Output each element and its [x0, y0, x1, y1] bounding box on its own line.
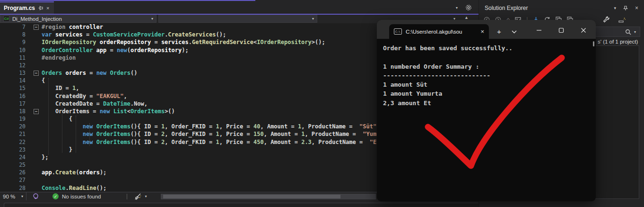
- fold-marker[interactable]: [33, 108, 42, 115]
- code-token: 1: [216, 139, 219, 145]
- close-window-icon[interactable]: [581, 27, 586, 33]
- fold-gutter: [33, 161, 42, 169]
- line-number: 18: [0, 108, 33, 115]
- terminal-dropdown-chevron-icon[interactable]: [512, 30, 517, 34]
- zoom-selector[interactable]: 90 % ▾: [0, 192, 26, 200]
- terminal-line: -----------------------------: [383, 71, 596, 80]
- code-cleanup-broom-icon[interactable]: [134, 193, 141, 200]
- code-token: List: [113, 108, 127, 115]
- code-token: 40: [253, 123, 260, 130]
- code-token: =: [83, 31, 93, 38]
- code-token: =: [86, 70, 96, 76]
- line-number: 14: [0, 77, 33, 84]
- code-token: , Order_FKID =: [165, 139, 216, 145]
- code-token: GetRequiredService: [192, 39, 253, 45]
- code-token: ,: [123, 93, 127, 99]
- minimize-icon[interactable]: [536, 27, 542, 33]
- tab-title: Program.cs: [4, 5, 35, 11]
- line-number: 11: [0, 54, 33, 62]
- code-token: =: [106, 47, 117, 54]
- terminal-titlebar[interactable]: C:\ C:\Users\erol.akgul\sou × +: [377, 20, 596, 39]
- fold-gutter: [33, 169, 42, 176]
- terminal-scrollbar[interactable]: [593, 41, 594, 46]
- code-token: IOrderRepository: [257, 39, 312, 45]
- fold-marker[interactable]: [33, 23, 42, 31]
- code-token: [93, 139, 96, 145]
- code-token: , Amount =: [260, 123, 297, 130]
- code-token: >();: [312, 39, 325, 45]
- code-token: ID =: [42, 85, 72, 91]
- fold-gutter: [33, 146, 42, 153]
- code-token: [93, 131, 96, 137]
- code-token: 2.3: [301, 139, 312, 145]
- pin-icon[interactable]: [38, 6, 43, 10]
- panel-menu-chevron-icon[interactable]: ▾: [614, 6, 616, 10]
- command-prompt-icon: C:\: [394, 28, 402, 35]
- line-number: 22: [0, 138, 33, 146]
- code-token: new: [96, 70, 107, 76]
- code-token: {: [42, 77, 45, 84]
- visual-studio-window: Program.cs × ▾ C# Di_Method_Injection ▾: [0, 0, 644, 207]
- code-token: orders: [79, 169, 100, 176]
- tab-list-chevron-icon[interactable]: ▾: [456, 6, 458, 10]
- code-token: CustomServiceProvider: [93, 31, 165, 38]
- code-token: CreateServices: [168, 31, 216, 38]
- code-token: CreatedBy =: [42, 93, 96, 99]
- member-dropdown[interactable]: ▾: [158, 15, 317, 23]
- code-token: ,: [76, 85, 79, 91]
- code-token: [106, 70, 110, 76]
- preview-changes-icon[interactable]: [618, 17, 626, 23]
- fold-gutter: [33, 84, 42, 92]
- close-panel-icon[interactable]: ×: [635, 5, 638, 11]
- code-token: {: [42, 116, 72, 122]
- project-dropdown[interactable]: C# Di_Method_Injection ▾: [0, 15, 157, 23]
- code-token: "Süt": [359, 123, 376, 130]
- code-token: OrderItems: [96, 139, 131, 145]
- line-number: 9: [0, 38, 33, 46]
- new-tab-icon[interactable]: +: [497, 28, 501, 35]
- code-token: [42, 139, 83, 145]
- terminal-tab[interactable]: C:\ C:\Users\erol.akgul\sou ×: [389, 24, 489, 39]
- code-token: new: [117, 47, 127, 54]
- code-token: (: [127, 47, 131, 54]
- terminal-line: 1 amount Süt: [383, 80, 596, 89]
- line-number: 19: [0, 115, 33, 123]
- code-token: 1: [216, 123, 219, 130]
- chevron-down-icon[interactable]: ▾: [145, 194, 147, 198]
- code-token: new: [100, 108, 110, 115]
- code-token: , ProductName =: [305, 131, 363, 137]
- search-icon[interactable]: [625, 29, 631, 35]
- code-token: #region: [42, 24, 69, 30]
- pin-icon[interactable]: [623, 6, 628, 11]
- scrollbar-thumb[interactable]: [163, 195, 340, 198]
- maximize-icon[interactable]: [558, 27, 564, 33]
- fold-gutter: [33, 123, 42, 130]
- tab-program-cs[interactable]: Program.cs ×: [0, 1, 54, 14]
- close-terminal-tab-icon[interactable]: ×: [480, 28, 484, 35]
- terminal-line: 2,3 amount Et: [383, 99, 596, 108]
- fold-marker[interactable]: [33, 69, 42, 77]
- terminal-output[interactable]: Order has been saved successfully.. 1 nu…: [377, 39, 596, 201]
- fold-gutter: [33, 38, 42, 46]
- terminal-line: 1 numbered Order Summary :: [383, 62, 596, 71]
- close-tab-icon[interactable]: ×: [46, 6, 49, 11]
- horizontal-scrollbar[interactable]: [161, 194, 376, 199]
- code-token: Orders: [110, 70, 131, 76]
- code-token: new: [83, 139, 93, 145]
- fold-gutter: [33, 77, 42, 84]
- line-number: 25: [0, 161, 33, 169]
- code-token: , Amount =: [264, 139, 301, 145]
- code-token: ();: [96, 185, 107, 191]
- fold-gutter: [33, 138, 42, 146]
- search-options-chevron-icon[interactable]: ▾: [634, 30, 636, 34]
- code-token: orders: [66, 70, 86, 76]
- editor-gear-icon[interactable]: [465, 4, 472, 11]
- document-health-icon[interactable]: [32, 193, 39, 200]
- code-token: ();: [216, 31, 226, 38]
- fold-gutter: [33, 130, 42, 138]
- properties-wrench-icon[interactable]: [603, 16, 610, 23]
- terminal-tab-title: C:\Users\erol.akgul\sou: [406, 29, 477, 35]
- code-token: [93, 123, 96, 130]
- fold-gutter: [33, 46, 42, 54]
- code-token: (: [76, 169, 79, 176]
